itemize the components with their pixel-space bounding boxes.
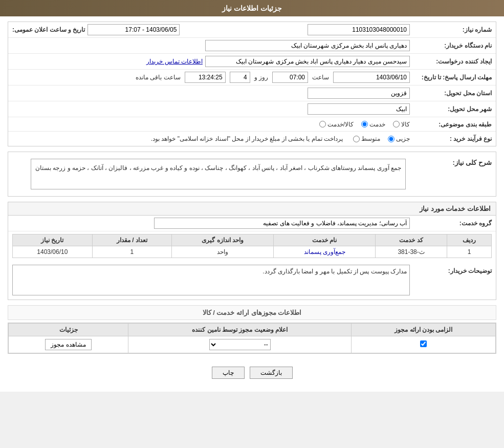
category-value-col: کالا خدمت کالا/خدمت — [12, 121, 410, 128]
city-input[interactable] — [308, 103, 410, 115]
view-permit-button[interactable]: مشاهده مجوز — [45, 339, 91, 350]
category-khadamat-item: خدمت — [361, 121, 385, 128]
permits-section: الزامی بودن ارائه مجوز اعلام وضعیت مجوز … — [8, 323, 496, 354]
city-row: شهر محل تحویل: — [8, 101, 496, 117]
need-desc-box: جمع آوری پسماند روستاهای شکرناب ، اصغر آ… — [31, 159, 406, 189]
province-value-col — [12, 88, 410, 99]
buyer-system-input[interactable] — [205, 40, 410, 51]
cell-row-num: 1 — [447, 246, 492, 258]
province-input[interactable] — [308, 88, 410, 99]
category-label: طبقه بندی موضوعی: — [410, 121, 492, 128]
requester-input[interactable] — [205, 56, 410, 67]
permit-required-checkbox[interactable] — [420, 340, 427, 347]
permit-status-select[interactable]: -- — [209, 339, 271, 350]
services-table-section: ردیف کد خدمت نام خدمت واحد اندازه گیری ت… — [12, 234, 492, 258]
process-motovaset-item: متوسط — [353, 135, 380, 142]
services-card: اطلاعات خدمات مورد نیاز گروه خدمت: ردیف … — [8, 202, 496, 300]
category-kala-item: کالا — [393, 121, 410, 128]
main-content: شماره نیاز: تاریخ و ساعت اعلان عمومی: نا… — [0, 16, 504, 392]
permit-row: -- مشاهده مجوز — [9, 336, 496, 353]
services-table: ردیف کد خدمت نام خدمت واحد اندازه گیری ت… — [12, 234, 492, 258]
cell-unit: واحد — [172, 246, 274, 258]
perm-col-required: الزامی بودن ارائه مجوز — [352, 324, 496, 336]
deadline-label: مهلت ارسال پاسخ: تا تاریخ: — [410, 74, 492, 81]
process-radio-group: جزیی متوسط — [353, 135, 410, 142]
footer-buttons: بازگشت چاپ — [8, 359, 496, 387]
time-label: ساعت — [312, 74, 329, 81]
buyer-notes-area: مدارک پیوست پس از تکمیل با مهر و امضا با… — [12, 265, 410, 295]
main-form-card: شماره نیاز: تاریخ و ساعت اعلان عمومی: نا… — [8, 22, 496, 146]
cell-date: 1403/06/10 — [13, 246, 93, 258]
province-row: استان محل تحویل: — [8, 86, 496, 101]
process-motovaset-radio[interactable] — [353, 136, 360, 142]
perm-col-status: اعلام وضعیت مجوز توسط نامین کننده — [128, 324, 352, 336]
buyer-notes-text: مدارک پیوست پس از تکمیل با مهر و امضا با… — [262, 268, 407, 275]
process-value-col: جزیی متوسط پرداخت تمام یا بخشی از مبلغ خ… — [12, 135, 410, 142]
print-button[interactable]: چاپ — [212, 367, 245, 379]
category-kala-label: کالا — [401, 121, 410, 128]
back-button[interactable]: بازگشت — [250, 367, 293, 379]
category-khadamat-label: خدمت — [369, 121, 385, 128]
remaining-label: ساعت باقی مانده — [136, 74, 181, 81]
col-service-code: کد خدمت — [376, 234, 447, 246]
buyer-notes-row: توضیحات خریدار: مدارک پیوست پس از تکمیل … — [8, 261, 496, 300]
group-service-label: گروه خدمت: — [410, 220, 492, 227]
permit-status-cell: -- — [128, 336, 352, 353]
need-number-label: شماره نیاز: — [410, 26, 492, 33]
deadline-time-input[interactable] — [272, 72, 308, 83]
process-label: نوع فرآیند خرید : — [410, 135, 492, 142]
days-input[interactable] — [230, 72, 250, 83]
category-row: طبقه بندی موضوعی: کالا خدمت کالا/خدمت — [8, 117, 496, 132]
group-service-input[interactable] — [154, 218, 410, 229]
process-description: پرداخت تمام یا بخشی از مبلغ خریدار از مح… — [151, 135, 343, 142]
permits-table: الزامی بودن ارائه مجوز اعلام وضعیت مجوز … — [8, 323, 496, 353]
announcement-label: تاریخ و ساعت اعلان عمومی: — [12, 26, 85, 33]
buyer-system-value-col — [12, 40, 410, 51]
perm-col-details: جزئیات — [9, 324, 128, 336]
need-number-row: شماره نیاز: تاریخ و ساعت اعلان عمومی: — [8, 22, 496, 38]
page-header: جزئیات اطلاعات نیاز — [0, 0, 504, 16]
buyer-system-label: نام دستگاه خریدار: — [410, 42, 492, 49]
contact-info-link[interactable]: اطلاعات تماس خریدار — [146, 58, 203, 65]
category-kala-radio[interactable] — [393, 121, 400, 127]
page-wrapper: جزئیات اطلاعات نیاز شماره نیاز: تاریخ و … — [0, 0, 504, 392]
group-service-row: گروه خدمت: — [8, 216, 496, 231]
need-desc-row: شرح کلی نیاز: جمع آوری پسماند روستاهای ش… — [8, 152, 496, 196]
category-kala-khadamat-radio[interactable] — [319, 121, 326, 127]
permits-link[interactable]: اطلاعات مجوزهای ارائه خدمت / کالا — [203, 309, 302, 316]
buyer-system-row: نام دستگاه خریدار: — [8, 38, 496, 54]
col-row-num: ردیف — [447, 234, 492, 246]
deadline-date-input[interactable] — [333, 72, 410, 83]
deadline-row: مهلت ارسال پاسخ: تا تاریخ: ساعت روز و سا… — [8, 70, 496, 86]
need-number-input[interactable] — [308, 24, 410, 35]
services-title: اطلاعات خدمات مورد نیاز — [8, 202, 496, 216]
table-row: 1 ث-38-381 جمع‌آوری پسماند واحد 1 1403/0… — [13, 246, 492, 258]
category-khadamat-radio[interactable] — [361, 121, 368, 127]
need-desc-label: شرح کلی نیاز: — [410, 156, 492, 166]
col-service-name: نام خدمت — [274, 234, 376, 246]
requester-row: ایجاد کننده درخواست: اطلاعات تماس خریدار — [8, 54, 496, 70]
page-title: جزئیات اطلاعات نیاز — [222, 4, 282, 12]
deadline-value-col: ساعت روز و ساعت باقی مانده — [12, 72, 410, 83]
need-number-value-col — [190, 24, 410, 35]
days-label: روز و — [254, 74, 268, 81]
requester-value-col: اطلاعات تماس خریدار — [12, 56, 410, 67]
process-jozi-label: جزیی — [396, 135, 410, 142]
city-value-col — [12, 103, 410, 115]
city-label: شهر محل تحویل: — [410, 105, 492, 113]
process-row: نوع فرآیند خرید : جزیی متوسط پرداخت تمام… — [8, 132, 496, 146]
process-motovaset-label: متوسط — [361, 135, 380, 142]
permit-required-cell — [352, 336, 496, 353]
process-jozi-radio[interactable] — [388, 136, 395, 142]
category-kala-khadamat-item: کالا/خدمت — [319, 121, 354, 128]
announcement-date-input[interactable] — [87, 24, 180, 35]
buyer-notes-label: توضیحات خریدار: — [410, 265, 492, 274]
group-service-value-col — [12, 218, 410, 229]
cell-service-name: جمع‌آوری پسماند — [274, 246, 376, 258]
province-label: استان محل تحویل: — [410, 90, 492, 97]
remaining-time-input[interactable] — [185, 72, 226, 83]
permits-link-bar: اطلاعات مجوزهای ارائه خدمت / کالا — [8, 305, 496, 320]
need-desc-card: شرح کلی نیاز: جمع آوری پسماند روستاهای ش… — [8, 152, 496, 197]
permit-details-cell: مشاهده مجوز — [9, 336, 128, 353]
need-desc-value-col: جمع آوری پسماند روستاهای شکرناب ، اصغر آ… — [12, 156, 410, 192]
